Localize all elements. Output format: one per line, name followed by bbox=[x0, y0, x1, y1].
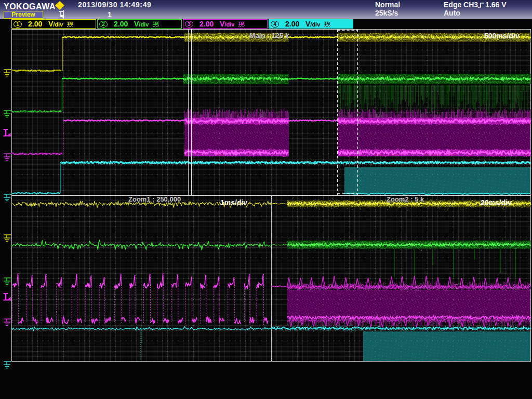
svg-text:1M: 1M bbox=[67, 21, 73, 26]
svg-text:1M: 1M bbox=[324, 21, 330, 26]
svg-text:1M: 1M bbox=[238, 21, 244, 26]
svg-text:1M: 1M bbox=[153, 21, 158, 26]
